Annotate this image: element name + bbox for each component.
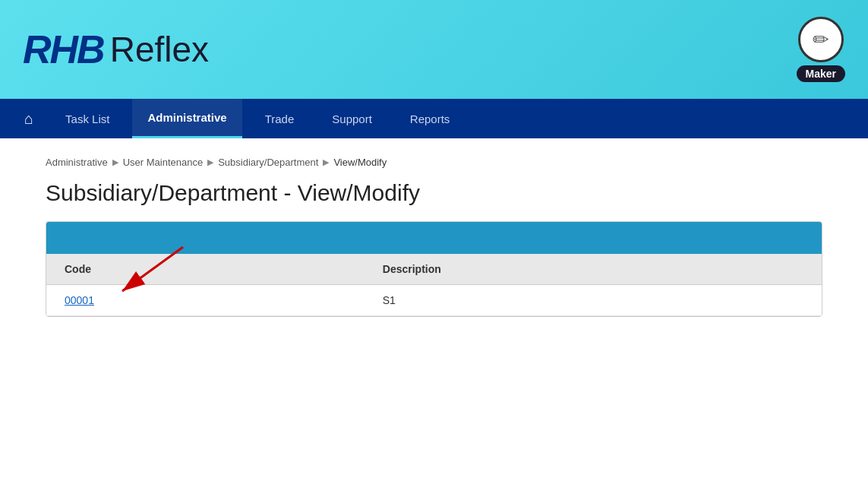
home-nav-button[interactable]: ⌂ bbox=[15, 106, 43, 132]
main-content: Administrative ▶ User Maintenance ▶ Subs… bbox=[0, 138, 868, 488]
cell-code: 00001 bbox=[46, 285, 365, 316]
nav-trade[interactable]: Trade bbox=[250, 99, 310, 138]
code-link[interactable]: 00001 bbox=[65, 294, 94, 306]
breadcrumb-sep-3: ▶ bbox=[323, 157, 329, 167]
breadcrumb-user-maintenance[interactable]: User Maintenance bbox=[123, 157, 204, 168]
maker-label: Maker bbox=[797, 65, 845, 82]
app-header: RHB Reflex ✏ Maker bbox=[0, 0, 868, 99]
table-content: Code Description bbox=[46, 254, 822, 316]
col-code: Code bbox=[46, 254, 365, 285]
main-nav: ⌂ Task List Administrative Trade Support… bbox=[0, 99, 868, 138]
logo: RHB Reflex bbox=[23, 27, 209, 72]
cell-description: S1 bbox=[365, 285, 822, 316]
logo-rhb: RHB bbox=[23, 27, 104, 72]
nav-administrative[interactable]: Administrative bbox=[132, 99, 241, 138]
logo-reflex: Reflex bbox=[110, 29, 209, 70]
breadcrumb-sep-2: ▶ bbox=[207, 157, 213, 167]
table-header-row: Code Description bbox=[46, 254, 822, 285]
breadcrumb-administrative[interactable]: Administrative bbox=[46, 157, 108, 168]
data-table: Code Description bbox=[46, 254, 822, 316]
table-row: 00001 S1 bbox=[46, 285, 822, 316]
maker-section: ✏ Maker bbox=[797, 17, 845, 82]
breadcrumb: Administrative ▶ User Maintenance ▶ Subs… bbox=[46, 157, 822, 168]
nav-reports[interactable]: Reports bbox=[395, 99, 466, 138]
nav-task-list[interactable]: Task List bbox=[50, 99, 125, 138]
breadcrumb-view-modify: View/Modify bbox=[333, 157, 387, 168]
nav-support[interactable]: Support bbox=[317, 99, 387, 138]
col-description: Description bbox=[365, 254, 822, 285]
maker-icon: ✏ bbox=[798, 17, 844, 62]
table-container: Code Description bbox=[46, 221, 822, 317]
breadcrumb-subsidiary[interactable]: Subsidiary/Department bbox=[218, 157, 318, 168]
breadcrumb-sep-1: ▶ bbox=[112, 157, 118, 167]
table-header-bar bbox=[46, 222, 822, 254]
page-title: Subsidiary/Department - View/Modify bbox=[46, 180, 822, 206]
